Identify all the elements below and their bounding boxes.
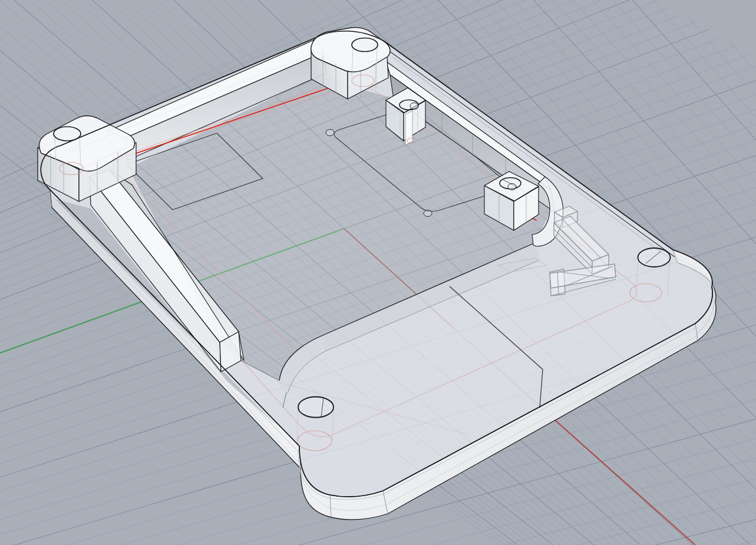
- sketch-circle-nw-top-edge: [326, 130, 334, 136]
- cad-viewport[interactable]: [0, 0, 756, 545]
- sketch-circle-se: [508, 184, 516, 190]
- sketch-circle-se-top-edge: [508, 184, 516, 190]
- sketch-circle-ne: [410, 103, 418, 110]
- viewport-canvas[interactable]: [0, 0, 756, 545]
- x-axis-line: [540, 407, 695, 545]
- plate-hole-southwest-top-edge: [298, 397, 334, 418]
- west-post-hole-top-edge: [54, 127, 81, 141]
- grid-line: [0, 541, 756, 545]
- plate-hole-southeast-top-edge: [638, 248, 671, 267]
- north-post-hole-top-edge: [352, 38, 378, 52]
- cad-model: [38, 28, 716, 520]
- sketch-circle-sw: [424, 210, 432, 217]
- sketch-circle-sw-top-edge: [424, 210, 432, 217]
- boss1-slot: [405, 111, 412, 145]
- sketch-circle-ne-top-edge: [410, 103, 418, 110]
- sketch-circle-nw: [326, 130, 334, 136]
